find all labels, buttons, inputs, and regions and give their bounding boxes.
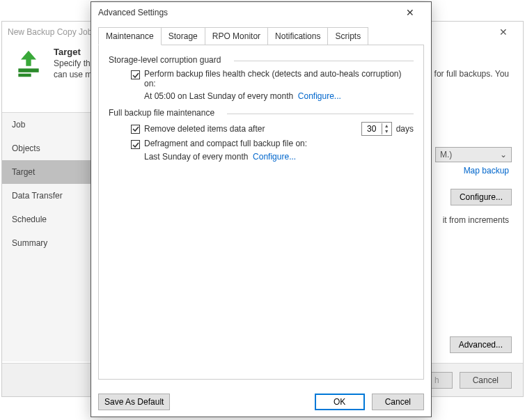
page-description: Specify th bbox=[54, 59, 92, 68]
repository-combo[interactable]: M.) ⌄ bbox=[435, 147, 512, 162]
page-description-right: for full backups. You bbox=[434, 69, 509, 79]
tab-maintenance[interactable]: Maintenance bbox=[98, 27, 162, 45]
tab-scripts[interactable]: Scripts bbox=[327, 27, 368, 45]
corruption-guard-group-label: Storage-level corruption guard bbox=[109, 55, 414, 65]
cancel-button[interactable]: Cancel bbox=[460, 372, 512, 389]
sidebar-item-schedule[interactable]: Schedule bbox=[2, 208, 92, 231]
wizard-sidebar: Job Objects Target Data Transfer Schedul… bbox=[2, 112, 93, 361]
defragment-checkbox[interactable] bbox=[131, 140, 140, 149]
health-check-schedule: At 05:00 on Last Sunday of every month bbox=[144, 91, 293, 101]
map-backup-link[interactable]: Map backup bbox=[464, 166, 509, 176]
page-title: Target bbox=[54, 47, 92, 57]
svg-rect-0 bbox=[18, 68, 38, 72]
advanced-settings-dialog: Advanced Settings ✕ Maintenance Storage … bbox=[91, 1, 432, 417]
cancel-button[interactable]: Cancel bbox=[372, 394, 424, 410]
tab-storage[interactable]: Storage bbox=[161, 27, 205, 45]
defragment-label: Defragment and compact full backup file … bbox=[144, 139, 307, 148]
svg-rect-1 bbox=[18, 74, 31, 77]
spinner-down-icon[interactable]: ▼ bbox=[382, 129, 391, 134]
health-check-configure-link[interactable]: Configure... bbox=[298, 91, 341, 101]
tab-notifications[interactable]: Notifications bbox=[267, 27, 328, 45]
days-input[interactable] bbox=[362, 123, 382, 135]
health-check-checkbox[interactable] bbox=[131, 70, 140, 79]
parent-close-icon[interactable]: ✕ bbox=[489, 26, 517, 38]
tab-content: Storage-level corruption guard Perform b… bbox=[98, 45, 424, 380]
dialog-title: Advanced Settings bbox=[98, 8, 396, 17]
full-backup-maintenance-group-label: Full backup file maintenance bbox=[109, 108, 414, 118]
ok-button[interactable]: OK bbox=[315, 394, 365, 410]
days-label: days bbox=[396, 124, 414, 134]
remove-deleted-checkbox[interactable] bbox=[131, 125, 140, 134]
sidebar-item-target[interactable]: Target bbox=[2, 160, 92, 184]
configure-button[interactable]: Configure... bbox=[450, 189, 512, 205]
remove-deleted-label: Remove deleted items data after bbox=[144, 124, 265, 134]
tab-rpo-monitor[interactable]: RPO Monitor bbox=[205, 27, 268, 45]
advanced-button[interactable]: Advanced... bbox=[450, 336, 512, 353]
health-check-label: Perform backup files health check (detec… bbox=[144, 69, 414, 88]
sidebar-item-summary[interactable]: Summary bbox=[2, 231, 92, 255]
close-icon[interactable]: ✕ bbox=[396, 7, 424, 18]
chevron-down-icon: ⌄ bbox=[500, 150, 507, 160]
days-spinner[interactable]: ▲ ▼ bbox=[361, 122, 392, 136]
defragment-configure-link[interactable]: Configure... bbox=[253, 152, 296, 162]
sidebar-item-objects[interactable]: Objects bbox=[2, 137, 92, 160]
sidebar-item-data-transfer[interactable]: Data Transfer bbox=[2, 184, 92, 208]
target-icon bbox=[12, 47, 45, 80]
increments-text: it from increments bbox=[443, 215, 509, 225]
tabs: Maintenance Storage RPO Monitor Notifica… bbox=[98, 27, 424, 45]
sidebar-item-job[interactable]: Job bbox=[2, 113, 92, 137]
defragment-schedule: Last Sunday of every month bbox=[144, 152, 248, 162]
save-as-default-button[interactable]: Save As Default bbox=[98, 394, 170, 410]
spinner-up-icon[interactable]: ▲ bbox=[382, 123, 391, 129]
